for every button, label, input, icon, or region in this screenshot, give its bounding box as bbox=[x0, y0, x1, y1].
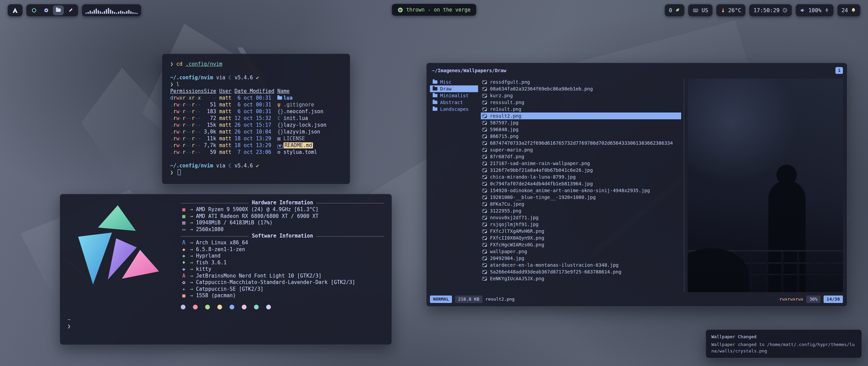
file-name: 596848.jpg bbox=[490, 126, 518, 133]
file-name: EeNKYgIUcAAJ5JX.png bbox=[490, 275, 544, 282]
updates-module[interactable]: 0 bbox=[665, 4, 685, 17]
file-item[interactable]: 154928-odinokoe_anime-art-anime-okno-sin… bbox=[481, 187, 681, 194]
visualizer-bar bbox=[116, 13, 117, 14]
file-item[interactable]: 3122955.png bbox=[481, 207, 681, 214]
visualizer-bar bbox=[132, 12, 134, 14]
visualizer-bar bbox=[114, 12, 115, 14]
file-item[interactable]: atardecer-en-la-montanas-ilustracion-634… bbox=[481, 262, 681, 268]
sidebar-folder-misc[interactable]: Misc bbox=[430, 79, 478, 85]
file-item[interactable]: 5a266e448add93deab367d87173e9f25-6837886… bbox=[481, 268, 681, 275]
file-item[interactable]: re1sult.png bbox=[481, 106, 681, 113]
prompt-symbol: ❯ bbox=[170, 169, 173, 176]
microphone-icon bbox=[824, 8, 829, 13]
file-item[interactable]: 08a634fa02a32364f69ebc86a98eb1eb.png bbox=[481, 85, 681, 92]
file-item[interactable]: FXfcII0X0AQyn9X.png bbox=[481, 235, 681, 241]
folder-icon bbox=[433, 80, 437, 84]
fetch-value: AMD Ryzen 9 5900X (24) @ 4.9GHz [61.3°C] bbox=[196, 206, 318, 213]
sidebar-folder-minimalist[interactable]: Minimalist bbox=[430, 92, 478, 99]
palette-dot bbox=[217, 305, 222, 309]
file-name: init.lua bbox=[283, 115, 308, 121]
file-item[interactable]: 8FKa7Cu.jpeg bbox=[481, 201, 681, 207]
volume-value: 100% bbox=[808, 7, 822, 14]
file-item[interactable]: chica-mirando-la-luna-8799.jpg bbox=[481, 174, 681, 180]
visualizer-bar bbox=[92, 12, 93, 14]
file-item[interactable]: nnvuv0xj2df71.jpg bbox=[481, 214, 681, 221]
palette-dot bbox=[193, 305, 198, 309]
file-item[interactable]: 596848.jpg bbox=[481, 126, 681, 133]
file-item[interactable]: 87r687df.png bbox=[481, 153, 681, 160]
image-file-icon bbox=[482, 223, 487, 226]
file-name: 08a634fa02a32364f69ebc86a98eb1eb.png bbox=[490, 85, 593, 92]
file-item[interactable]: ressdfgult.png bbox=[481, 79, 681, 85]
file-name: 20492984.jpg bbox=[490, 255, 524, 262]
file-item[interactable]: 587597.jpg bbox=[481, 119, 681, 126]
terminal-window[interactable]: ❯ cd .config/nvim ~/.config/nvim via ☾ v… bbox=[162, 54, 350, 184]
temperature-module[interactable]: 26°C bbox=[716, 4, 746, 17]
fetch-value: kitty bbox=[196, 266, 211, 273]
sidebar-folder-abstract[interactable]: Abstract bbox=[430, 99, 478, 106]
volume-module[interactable]: 100% bbox=[795, 4, 834, 17]
file-item[interactable]: 217167-sad-anime-rain-wallpaper.png bbox=[481, 160, 681, 167]
cpu-icon: ▣ bbox=[181, 206, 187, 213]
file-item[interactable]: 866715.png bbox=[481, 133, 681, 140]
mode-badge: NORMAL bbox=[430, 296, 452, 303]
file-item[interactable]: resssult.png bbox=[481, 99, 681, 106]
file-item[interactable]: 19201080-__blue-tinge__-1920×1080.jpg bbox=[481, 194, 681, 201]
file-manager-window[interactable]: ~/Imagenes/Wallpapers/Draw 1 MiscDrawMin… bbox=[426, 63, 847, 307]
notifications-module[interactable]: 24 bbox=[837, 4, 861, 17]
blank-line bbox=[170, 67, 342, 74]
launcher-button[interactable] bbox=[7, 4, 23, 17]
table-row: .rw-r--r--15kmatt26 oct 15:17{}lazy-lock… bbox=[170, 122, 342, 128]
keyboard-layout-module[interactable]: US bbox=[688, 4, 712, 17]
file-name: lazy-lock.json bbox=[283, 122, 326, 128]
file-name: stylua.toml bbox=[283, 149, 317, 155]
visualizer-bar bbox=[112, 11, 113, 14]
workspace-button-2[interactable] bbox=[41, 5, 52, 15]
file-name: 3122955.png bbox=[490, 207, 521, 214]
notification-popup[interactable]: Wallpaper Changed Wallpaper changed to /… bbox=[706, 329, 862, 358]
fetch-line: Λ→Arch Linux x86_64 bbox=[181, 240, 384, 246]
file-name: ressdfgult.png bbox=[490, 79, 530, 85]
file-item[interactable]: wallpaper.png bbox=[481, 248, 681, 255]
file-item[interactable]: 20492984.jpg bbox=[481, 255, 681, 262]
folder-icon bbox=[433, 94, 437, 97]
image-file-icon bbox=[482, 121, 487, 125]
check-icon: ✔ bbox=[256, 163, 259, 169]
sidebar-folder-draw[interactable]: Draw bbox=[430, 85, 478, 92]
tab-badge[interactable]: 1 bbox=[835, 67, 843, 74]
notification-body: Wallpaper changed to /home/matt/.config/… bbox=[711, 341, 856, 354]
fetch-value: 10948MiB / 64183MiB (17%) bbox=[196, 220, 273, 226]
lua-version: v5.4.6 bbox=[235, 75, 253, 81]
arrow-icon: → bbox=[190, 292, 193, 299]
file-item[interactable]: kurz.png bbox=[481, 92, 681, 99]
sidebar-folder-landscapes[interactable]: Landscapes bbox=[430, 106, 478, 113]
fetch-line: ♦→fish 3.6.1 bbox=[181, 260, 384, 266]
file-item[interactable]: result2.png bbox=[481, 113, 681, 119]
file-item[interactable]: FXfcHgcWIAMzs0G.png bbox=[481, 241, 681, 248]
via-label: via bbox=[216, 163, 225, 169]
prompt-line: ❯ bbox=[170, 169, 342, 176]
file-item[interactable]: 68747470733a2f2f696d616765732d7769786d70… bbox=[481, 140, 681, 146]
fetch-terminal-window[interactable]: Hardware Information▣→AMD Ryzen 9 5900X … bbox=[60, 194, 392, 345]
workspace-button-4[interactable] bbox=[65, 5, 76, 15]
workspace-button-3[interactable] bbox=[53, 5, 64, 15]
os-icon: Λ bbox=[181, 240, 187, 246]
file-item[interactable]: rsjqojlmjhf91.jpg bbox=[481, 221, 681, 228]
clock-module[interactable]: 17:50:29 bbox=[749, 4, 792, 17]
command-arg: .config/nvim bbox=[185, 61, 222, 67]
file-item[interactable]: 3126f7e9bbf21a8a4af0b67b041c6e26.jpg bbox=[481, 167, 681, 174]
visualizer-bar bbox=[128, 10, 130, 14]
visualizer-bar bbox=[87, 12, 89, 14]
file-item[interactable]: FXfcJlTXgAMvH6R.png bbox=[481, 228, 681, 235]
fetch-value: Catppuccin-SE [GTK2/3] bbox=[196, 286, 263, 293]
file-item[interactable]: EeNKYgIUcAAJ5JX.png bbox=[481, 275, 681, 282]
workspace-button-1[interactable] bbox=[28, 5, 39, 15]
music-player-module[interactable]: thrown - on the verge bbox=[392, 4, 476, 16]
image-file-icon bbox=[482, 196, 487, 199]
audio-visualizer[interactable] bbox=[82, 4, 141, 17]
image-file-icon bbox=[482, 209, 487, 213]
arrow-icon: → bbox=[190, 226, 193, 233]
file-item[interactable]: 0c794faf07de24a4db4d4fb1eb813964.jpg bbox=[481, 180, 681, 187]
file-item[interactable]: super-mario.png bbox=[481, 146, 681, 153]
statusbar-filename: result2.png bbox=[486, 296, 515, 303]
